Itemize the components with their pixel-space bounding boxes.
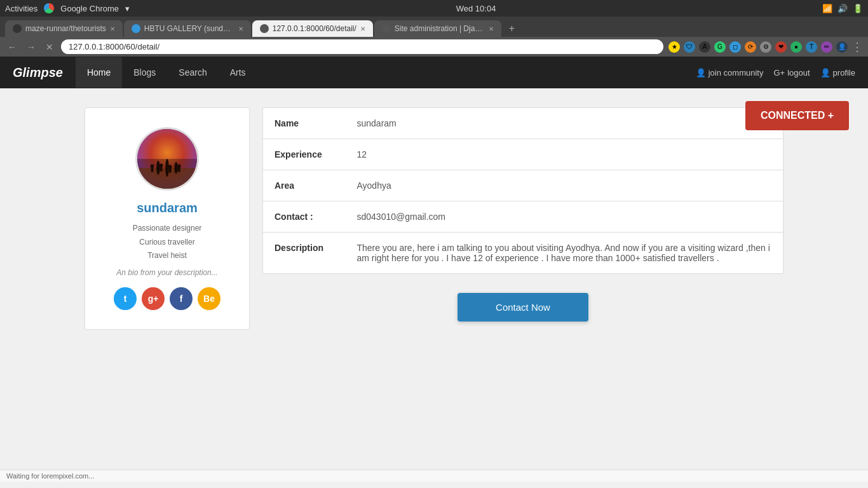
label-experience: Experience <box>263 139 346 170</box>
address-input[interactable] <box>61 39 663 54</box>
os-dropdown-icon[interactable]: ▾ <box>125 4 130 13</box>
site-brand[interactable]: Glimpse <box>13 65 63 80</box>
svg-rect-8 <box>160 166 163 172</box>
tab2-close[interactable]: ✕ <box>238 25 243 32</box>
contact-now-button[interactable]: Contact Now <box>458 293 588 322</box>
activities-label[interactable]: Activities <box>5 4 37 13</box>
profile-icon: 👤 <box>820 68 831 78</box>
chrome-icon <box>44 3 54 13</box>
tab4-favicon <box>382 24 391 33</box>
detail-area: Name sundaram Experience 12 Area Ayodhya… <box>262 107 783 330</box>
connected-label: CONNECTED + <box>761 110 834 121</box>
svg-point-11 <box>177 164 181 168</box>
tab-github[interactable]: maze-runnar/thetourists ✕ <box>5 20 123 37</box>
svg-rect-6 <box>151 167 154 172</box>
menu-icon[interactable]: ⋮ <box>851 40 863 54</box>
bio-text: An bio from your description... <box>98 268 236 277</box>
value-experience: 12 <box>346 139 783 170</box>
table-row: Experience 12 <box>263 139 783 170</box>
table-row: Area Ayodhya <box>263 170 783 201</box>
twitter-icon[interactable]: t <box>114 287 137 310</box>
nav-links: Home Blogs Search Arts <box>76 57 257 88</box>
reload-button[interactable]: ✕ <box>43 41 56 53</box>
tab1-title: maze-runnar/thetourists <box>25 24 106 33</box>
back-button[interactable]: ← <box>5 41 19 53</box>
logout-link[interactable]: G+ logout <box>773 68 810 78</box>
contact-btn-wrap: Contact Now <box>262 293 783 322</box>
profile-name: sundaram <box>98 201 236 215</box>
svg-point-9 <box>168 165 172 168</box>
tab-bar: maze-runnar/thetourists ✕ HBTU GALLERY (… <box>0 17 868 37</box>
svg-point-2 <box>156 161 160 175</box>
ext4-icon[interactable]: ⟳ <box>745 41 756 53</box>
os-bar: Activities Google Chrome ▾ Wed 10:04 📶 🔊… <box>0 0 868 17</box>
ext9-icon[interactable]: ✏ <box>821 41 832 53</box>
tab2-favicon <box>132 24 140 33</box>
shield-icon[interactable]: 🛡 <box>684 41 695 53</box>
site-nav: Glimpse Home Blogs Search Arts 👤 join co… <box>0 57 868 88</box>
contact-btn-label: Contact Now <box>496 302 550 313</box>
ext6-icon[interactable]: ❤ <box>775 41 787 53</box>
tag-2: Curious traveller <box>98 236 236 250</box>
avatar-icon[interactable]: 👤 <box>836 41 848 53</box>
profile-label: profile <box>833 68 855 78</box>
svg-point-7 <box>159 164 163 168</box>
value-name: sundaram <box>346 108 783 139</box>
status-text: Waiting for lorempixel.com... <box>6 472 94 480</box>
connected-button[interactable]: CONNECTED + <box>745 101 849 130</box>
value-contact: sd043010@gmail.com <box>346 201 783 233</box>
browser-name-label: Google Chrome <box>60 4 119 13</box>
tab-detail[interactable]: 127.0.0.1:8000/60/detail/ ✕ <box>252 20 373 37</box>
wifi-icon: 📶 <box>822 4 832 13</box>
tab1-close[interactable]: ✕ <box>110 25 115 32</box>
page-content: CONNECTED + <box>0 88 868 470</box>
nav-right: 👤 join community G+ logout 👤 profile <box>696 68 855 78</box>
ext2-icon[interactable]: G <box>714 41 726 53</box>
status-bar: Waiting for lorempixel.com... <box>0 470 868 482</box>
label-area: Area <box>263 170 346 201</box>
tab3-title: 127.0.0.1:8000/60/detail/ <box>273 24 356 33</box>
svg-rect-12 <box>178 167 180 172</box>
join-community-link[interactable]: 👤 join community <box>696 68 764 78</box>
tab3-favicon <box>260 24 269 33</box>
svg-rect-10 <box>169 168 172 173</box>
facebook-icon[interactable]: f <box>170 287 193 310</box>
ext7-icon[interactable]: ● <box>790 41 802 53</box>
svg-point-5 <box>151 164 154 168</box>
behance-icon[interactable]: Be <box>198 287 220 310</box>
tab1-favicon <box>13 24 22 33</box>
value-description: There you are, here i am talking to you … <box>346 233 783 274</box>
svg-point-4 <box>174 162 178 174</box>
new-tab-button[interactable]: + <box>503 23 521 34</box>
browser-chrome: maze-runnar/thetourists ✕ HBTU GALLERY (… <box>0 17 868 57</box>
tab3-close[interactable]: ✕ <box>360 25 365 32</box>
bookmark-star-icon[interactable]: ★ <box>668 41 680 53</box>
avatar-svg <box>137 129 197 189</box>
address-bar: ← → ✕ ★ 🛡 A G ◻ ⟳ ⚙ ❤ ● T ✏ 👤 ⋮ <box>0 37 868 57</box>
tag-1: Passionate designer <box>98 222 236 236</box>
table-row: Description There you are, here i am tal… <box>263 233 783 274</box>
ext1-icon[interactable]: A <box>699 41 710 53</box>
battery-icon: 🔋 <box>853 4 863 13</box>
nav-home[interactable]: Home <box>76 57 122 88</box>
ext8-icon[interactable]: T <box>806 41 817 53</box>
nav-blogs[interactable]: Blogs <box>122 57 167 88</box>
tab-admin[interactable]: Site administration | Djan... ✕ <box>374 20 501 37</box>
social-icons: t g+ f Be <box>98 287 236 310</box>
main-layout: sundaram Passionate designer Curious tra… <box>85 107 783 330</box>
svg-point-3 <box>165 159 169 177</box>
tab4-close[interactable]: ✕ <box>489 25 494 32</box>
tab-hbtu[interactable]: HBTU GALLERY (sundara... ✕ <box>124 20 251 37</box>
browser-toolbar-icons: ★ 🛡 A G ◻ ⟳ ⚙ ❤ ● T ✏ 👤 ⋮ <box>668 40 863 54</box>
value-area: Ayodhya <box>346 170 783 201</box>
profile-link[interactable]: 👤 profile <box>820 68 855 78</box>
avatar <box>137 129 197 189</box>
label-description: Description <box>263 233 346 274</box>
google-plus-icon[interactable]: g+ <box>142 287 165 310</box>
avatar-wrap <box>135 127 199 191</box>
ext3-icon[interactable]: ◻ <box>729 41 741 53</box>
ext5-icon[interactable]: ⚙ <box>760 41 771 53</box>
nav-search[interactable]: Search <box>167 57 218 88</box>
nav-arts[interactable]: Arts <box>219 57 257 88</box>
forward-button[interactable]: → <box>24 41 38 53</box>
